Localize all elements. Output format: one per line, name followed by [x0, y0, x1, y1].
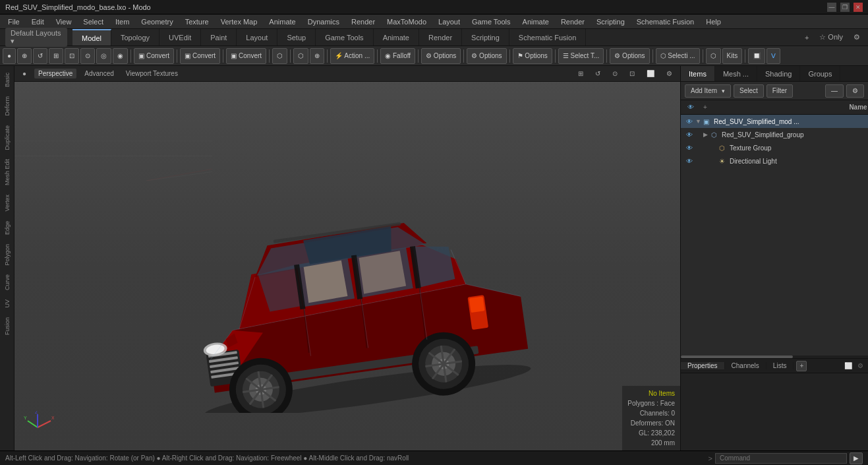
menu-view[interactable]: View	[51, 16, 77, 27]
prop-tab-lists[interactable]: Lists	[767, 362, 794, 369]
tab-layout[interactable]: Layout	[237, 29, 277, 46]
menu-item[interactable]: Item	[110, 16, 134, 27]
menu-scripting[interactable]: Scripting	[591, 16, 630, 27]
menu-select[interactable]: Select	[78, 16, 109, 27]
convert-button-2[interactable]: ▣ Convert	[180, 48, 220, 64]
item-visibility-1[interactable]: 👁	[683, 115, 695, 127]
layout-selector[interactable]: Default Layouts ▾	[0, 29, 72, 46]
menu-gametools[interactable]: Game Tools	[467, 16, 516, 27]
menu-edit[interactable]: Edit	[26, 16, 49, 27]
tab-advanced[interactable]: Advanced	[80, 69, 117, 78]
select-t-button[interactable]: ☰ Select T...	[558, 48, 604, 64]
item-arrow-3[interactable]: ▶	[711, 144, 718, 151]
settings-icon[interactable]: ⚙	[850, 32, 864, 43]
item-visibility-2[interactable]: 👁	[683, 129, 695, 140]
tab-gametools[interactable]: Game Tools	[316, 29, 374, 46]
convert-button-3[interactable]: ▣ Convert	[226, 48, 266, 64]
item-arrow-4[interactable]: ▶	[711, 158, 718, 164]
tab-viewport-textures[interactable]: Viewport Textures	[122, 69, 182, 78]
tool-box-icon[interactable]: ⊡	[65, 48, 79, 64]
menu-dynamics[interactable]: Dynamics	[303, 16, 345, 27]
sidebar-item-meshedit[interactable]: Mesh Edit	[2, 155, 13, 189]
rp-tab-items[interactable]: Items	[681, 66, 715, 81]
list-item[interactable]: 👁 ▼ ▣ Red_SUV_Simplified_mod ...	[681, 115, 868, 128]
item-visibility-4[interactable]: 👁	[683, 155, 695, 167]
minimize-button[interactable]: —	[827, 3, 836, 12]
item-visibility-3[interactable]: 👁	[683, 142, 695, 154]
sidebar-item-edge[interactable]: Edge	[2, 217, 13, 239]
tool-plus-icon[interactable]: ⊕	[310, 48, 324, 64]
vp-nav-3[interactable]: ⊙	[608, 69, 622, 78]
menu-vertexmap[interactable]: Vertex Map	[216, 16, 263, 27]
sidebar-item-basic[interactable]: Basic	[2, 69, 13, 91]
tool-circle-icon[interactable]: ⊙	[80, 48, 95, 64]
tool-scale-icon[interactable]: ⊞	[49, 48, 63, 64]
command-input[interactable]	[715, 453, 847, 464]
menu-texture[interactable]: Texture	[180, 16, 214, 27]
close-button[interactable]: ✕	[854, 3, 863, 12]
options-button-2[interactable]: ⚙ Options	[467, 48, 506, 64]
vp-nav-5[interactable]: ⬜	[643, 69, 658, 78]
tab-model[interactable]: Model	[72, 29, 111, 46]
tab-render[interactable]: Render	[419, 29, 462, 46]
vp-nav-1[interactable]: ⊞	[574, 69, 587, 78]
plus-icon[interactable]: +	[699, 102, 711, 113]
only-button[interactable]: ☆ Only	[815, 32, 847, 43]
tool-sphere-icon[interactable]: ◎	[96, 48, 111, 64]
props-expand-icon[interactable]: ⬜	[843, 361, 854, 371]
falloff-button[interactable]: ◉ Falloff	[380, 48, 415, 64]
options-button-3[interactable]: ⚑ Options	[513, 48, 552, 64]
kits-icon[interactable]: ⬡	[706, 48, 721, 64]
layout-label[interactable]: Default Layouts ▾	[5, 28, 67, 47]
sidebar-item-uv[interactable]: UV	[2, 295, 13, 312]
maximize-button[interactable]: ❐	[840, 3, 850, 12]
items-scrollbar-up[interactable]: —	[825, 84, 844, 98]
items-filter-icon[interactable]: ⚙	[846, 84, 864, 98]
vp-nav-2[interactable]: ↺	[591, 69, 604, 78]
add-item-button[interactable]: Add Item	[685, 84, 731, 98]
tab-scripting[interactable]: Scripting	[462, 29, 509, 46]
prop-tab-properties[interactable]: Properties	[681, 362, 725, 369]
sidebar-item-vertex[interactable]: Vertex	[2, 191, 13, 216]
add-tab-button[interactable]: +	[801, 32, 813, 43]
vp-nav-4[interactable]: ⊡	[625, 69, 639, 78]
item-arrow-1[interactable]: ▼	[695, 118, 702, 125]
tool-select-icon[interactable]: ●	[3, 48, 16, 64]
vp-settings-icon[interactable]: ⚙	[662, 69, 676, 78]
list-item[interactable]: 👁 ▶ ⬡ Texture Group	[681, 141, 868, 154]
sidebar-item-curve[interactable]: Curve	[2, 270, 13, 294]
unreal-icon[interactable]: Ⅴ	[767, 48, 780, 64]
rp-tab-groups[interactable]: Groups	[800, 66, 840, 81]
tab-uvedit[interactable]: UVEdit	[159, 29, 201, 46]
filter-button[interactable]: Filter	[767, 84, 793, 98]
menu-help[interactable]: Help	[701, 16, 726, 27]
sidebar-item-polygon[interactable]: Polygon	[2, 240, 13, 270]
command-run-button[interactable]: ▶	[850, 452, 863, 464]
menu-animate[interactable]: Animate	[264, 16, 301, 27]
menu-render[interactable]: Render	[346, 16, 380, 27]
window-controls[interactable]: — ❐ ✕	[827, 3, 863, 12]
list-item[interactable]: 👁 ▶ ☀ Directional Light	[681, 154, 868, 168]
viewport-icon[interactable]: 🔲	[748, 48, 765, 64]
action-button[interactable]: ⚡ Action ...	[330, 48, 374, 64]
selecti-button[interactable]: ⬡ Selecti ...	[656, 48, 700, 64]
kits-button[interactable]: Kits	[722, 48, 743, 64]
tab-topology[interactable]: Topology	[111, 29, 159, 46]
tool-hex2-icon[interactable]: ⬡	[293, 48, 308, 64]
rp-tab-mesh[interactable]: Mesh ...	[715, 66, 757, 81]
props-add-button[interactable]: +	[796, 361, 807, 371]
sidebar-item-deform[interactable]: Deform	[2, 92, 13, 120]
sidebar-item-fusion[interactable]: Fusion	[2, 313, 13, 339]
menu-render2[interactable]: Render	[556, 16, 590, 27]
menu-schematic[interactable]: Schematic Fusion	[631, 16, 699, 27]
tab-animate[interactable]: Animate	[374, 29, 419, 46]
menu-maxtomodo[interactable]: MaxToModo	[382, 16, 432, 27]
tool-rotate-icon[interactable]: ↺	[33, 48, 47, 64]
menu-file[interactable]: File	[3, 16, 25, 27]
item-arrow-2[interactable]: ▶	[703, 131, 710, 138]
viewport-dot[interactable]: ●	[18, 69, 30, 78]
rp-tab-shading[interactable]: Shading	[757, 66, 800, 81]
list-item[interactable]: 👁 ▶ ⬡ Red_SUV_Simplified_group	[681, 128, 868, 141]
menu-geometry[interactable]: Geometry	[136, 16, 178, 27]
tab-paint[interactable]: Paint	[201, 29, 237, 46]
